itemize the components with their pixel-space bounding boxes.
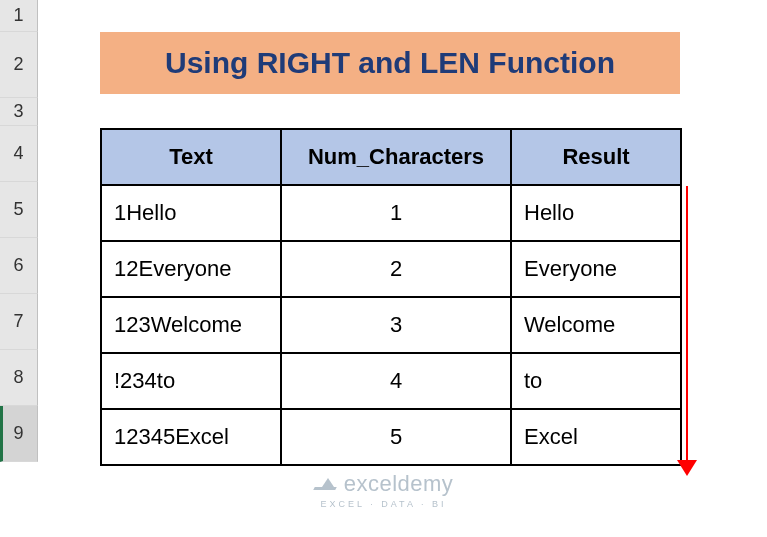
cell-text[interactable]: 123Welcome (101, 297, 281, 353)
table-row: 12Everyone 2 Everyone (101, 241, 681, 297)
table-row: !234to 4 to (101, 353, 681, 409)
row-header-4[interactable]: 4 (0, 126, 38, 182)
header-result[interactable]: Result (511, 129, 681, 185)
cell-num[interactable]: 4 (281, 353, 511, 409)
table-row: 1Hello 1 Hello (101, 185, 681, 241)
header-num-characters[interactable]: Num_Characters (281, 129, 511, 185)
row-header-gutter: 1 2 3 4 5 6 7 8 9 (0, 0, 38, 462)
cell-result[interactable]: Excel (511, 409, 681, 465)
table-row: 123Welcome 3 Welcome (101, 297, 681, 353)
title-banner: Using RIGHT and LEN Function (100, 32, 680, 94)
header-text[interactable]: Text (101, 129, 281, 185)
row-header-1[interactable]: 1 (0, 0, 38, 32)
row-header-2[interactable]: 2 (0, 32, 38, 98)
row-header-7[interactable]: 7 (0, 294, 38, 350)
brand-tagline: EXCEL · DATA · BI (321, 499, 447, 509)
table-row: 12345Excel 5 Excel (101, 409, 681, 465)
cell-result[interactable]: Everyone (511, 241, 681, 297)
cell-num[interactable]: 1 (281, 185, 511, 241)
table-header-row: Text Num_Characters Result (101, 129, 681, 185)
cell-num[interactable]: 5 (281, 409, 511, 465)
row-header-8[interactable]: 8 (0, 350, 38, 406)
cell-num[interactable]: 3 (281, 297, 511, 353)
data-table: Text Num_Characters Result 1Hello 1 Hell… (100, 128, 682, 466)
row-header-3[interactable]: 3 (0, 98, 38, 126)
fill-down-arrow-icon (686, 186, 688, 462)
row-header-5[interactable]: 5 (0, 182, 38, 238)
cell-text[interactable]: 12Everyone (101, 241, 281, 297)
cell-text[interactable]: 12345Excel (101, 409, 281, 465)
cell-result[interactable]: Welcome (511, 297, 681, 353)
cell-text[interactable]: 1Hello (101, 185, 281, 241)
page-title: Using RIGHT and LEN Function (165, 46, 615, 80)
row-header-6[interactable]: 6 (0, 238, 38, 294)
cell-result[interactable]: to (511, 353, 681, 409)
cell-num[interactable]: 2 (281, 241, 511, 297)
brand-logo-icon (314, 476, 336, 492)
worksheet-area: Using RIGHT and LEN Function Text Num_Ch… (38, 0, 767, 537)
watermark: exceldemy EXCEL · DATA · BI (0, 471, 767, 509)
brand-name: exceldemy (344, 471, 454, 497)
row-header-9[interactable]: 9 (0, 406, 38, 462)
cell-text[interactable]: !234to (101, 353, 281, 409)
cell-result[interactable]: Hello (511, 185, 681, 241)
